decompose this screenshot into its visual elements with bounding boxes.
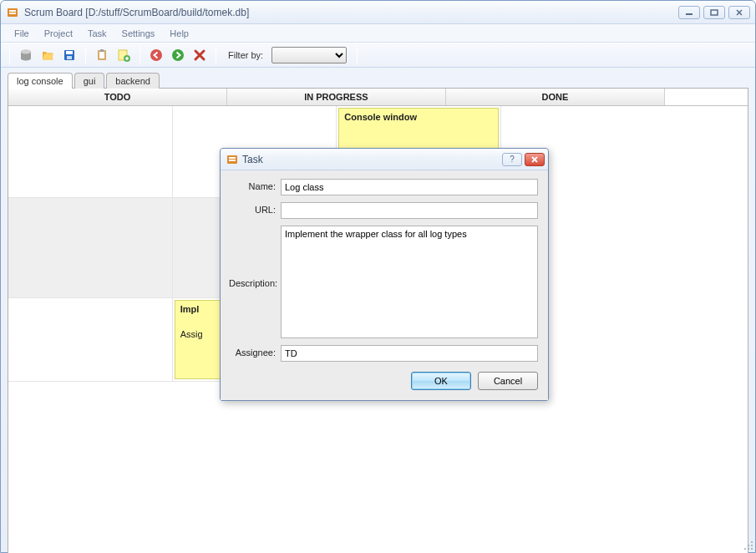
svg-rect-3 [686,13,693,15]
filter-select[interactable] [271,47,347,63]
tab-bar: log console gui backend [8,73,748,89]
col-head-done: DONE [446,89,665,105]
svg-rect-13 [99,52,104,58]
svg-rect-20 [229,157,236,159]
menu-file[interactable]: File [8,27,36,40]
url-label: URL: [229,202,281,215]
svg-rect-14 [100,49,104,52]
folder-open-icon [41,48,54,62]
menu-help[interactable]: Help [163,27,195,40]
svg-point-26 [751,548,753,550]
board-cell[interactable] [8,198,173,297]
close-icon [530,156,539,163]
name-field[interactable] [281,179,538,195]
svg-rect-10 [66,51,73,54]
form-row-url: URL: [229,202,538,219]
minimize-button[interactable] [678,6,700,19]
svg-point-28 [748,548,749,550]
window-controls [678,6,750,19]
svg-point-27 [748,545,749,546]
resize-grip-icon [742,539,753,550]
toolbar-separator [9,46,10,64]
close-button[interactable] [728,6,750,19]
tab-backend[interactable]: backend [106,73,160,89]
dialog-help-button[interactable]: ? [502,153,522,166]
clipboard-button[interactable] [93,46,111,64]
toolbar-separator [357,46,358,64]
arrow-left-icon [150,48,163,62]
app-icon [226,153,239,166]
svg-point-8 [21,50,31,54]
menu-settings[interactable]: Settings [115,27,162,40]
form-row-name: Name: [229,179,538,195]
svg-point-18 [172,49,184,61]
svg-rect-11 [67,56,72,59]
database-button[interactable] [17,46,35,64]
x-delete-icon [193,48,206,62]
svg-rect-21 [229,160,236,161]
col-head-todo: TODO [8,89,227,105]
back-button[interactable] [147,46,165,64]
menu-task[interactable]: Task [81,27,114,40]
svg-rect-2 [9,13,16,14]
app-icon [6,6,19,19]
titlebar[interactable]: Scrum Board [D:/stuff/ScrumBoard/build/t… [1,1,755,24]
forward-button[interactable] [169,46,187,64]
toolbar-separator [85,46,86,64]
dialog-close-button[interactable] [525,153,545,166]
svg-rect-4 [711,10,718,15]
new-note-button[interactable] [114,46,133,64]
maximize-icon [710,9,718,16]
svg-point-29 [744,548,746,550]
main-window: Scrum Board [D:/stuff/ScrumBoard/build/t… [0,0,756,553]
dialog-title: Task [242,154,500,165]
assignee-label: Assignee: [229,345,281,358]
ok-button[interactable]: OK [411,372,471,390]
svg-point-24 [751,541,753,543]
toolbar-separator [140,46,140,64]
url-field[interactable] [281,202,538,219]
board-cell[interactable] [8,106,173,197]
arrow-right-icon [171,48,185,62]
resize-grip[interactable] [742,539,753,550]
dialog-button-row: OK Cancel [229,372,538,390]
task-dialog[interactable]: Task ? Name: URL: Description: Assign [220,148,549,401]
floppy-disk-icon [63,48,76,62]
col-head-in-progress: IN PROGRESS [227,89,446,105]
dialog-titlebar[interactable]: Task ? [221,149,548,170]
description-label: Description: [229,276,281,288]
menubar: File Project Task Settings Help [1,24,755,43]
svg-rect-1 [9,10,16,12]
delete-button[interactable] [190,46,209,64]
menu-project[interactable]: Project [38,27,79,40]
name-label: Name: [229,179,281,191]
tab-gui[interactable]: gui [74,73,105,89]
window-title: Scrum Board [D:/stuff/ScrumBoard/build/t… [24,7,678,18]
form-row-assignee: Assignee: [229,345,538,362]
card-title: Console window [344,112,493,122]
clipboard-icon [95,48,109,62]
svg-point-25 [751,545,753,546]
maximize-button[interactable] [703,6,725,19]
toolbar-separator [216,46,216,64]
toolbar: Filter by: [1,43,755,68]
save-button[interactable] [60,46,79,64]
tab-log-console[interactable]: log console [8,73,73,89]
filter-label: Filter by: [228,50,263,60]
help-icon: ? [510,155,515,164]
svg-point-17 [150,49,162,61]
assignee-field[interactable] [281,345,538,362]
open-folder-button[interactable] [38,46,57,64]
minimize-icon [685,9,693,16]
description-field[interactable] [281,226,538,338]
note-plus-icon [117,48,130,62]
database-icon [19,48,33,62]
board-header: TODO IN PROGRESS DONE [8,89,748,106]
dialog-body: Name: URL: Description: Assignee: OK Can… [221,170,548,400]
form-row-description: Description: [229,226,538,338]
board-cell[interactable] [8,298,173,381]
cancel-button[interactable]: Cancel [478,372,538,390]
close-icon [735,9,743,16]
